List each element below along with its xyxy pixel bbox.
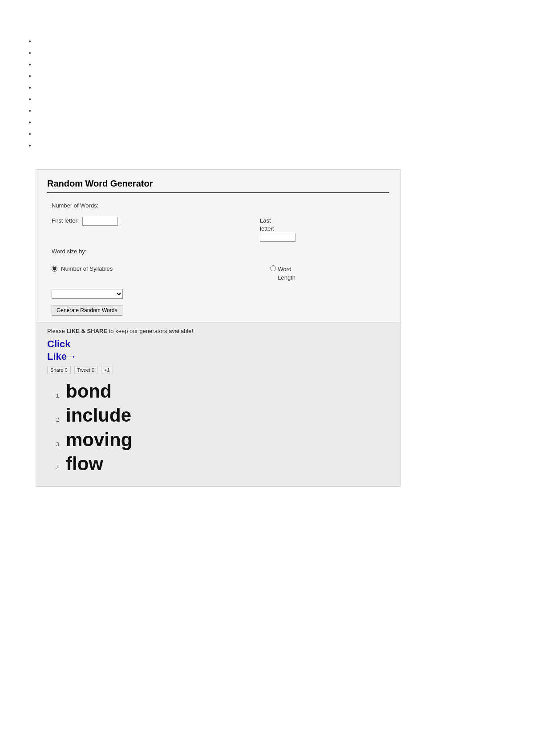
- select-row: 1 2 3 4: [52, 289, 384, 299]
- radio-syllables-option: Number of Syllables: [52, 265, 113, 272]
- bullet-item: [36, 105, 507, 117]
- social-buttons: Share 0 Tweet 0 +1: [47, 366, 389, 374]
- number-of-words-row: Number of Words:: [52, 202, 384, 211]
- bullet-item: [36, 117, 507, 128]
- radio-length-option: WordLength: [270, 265, 295, 281]
- list-item: 4. flow: [47, 453, 389, 475]
- share-notice: Please LIKE & SHARE to keep our generato…: [47, 328, 389, 334]
- last-letter-input[interactable]: [260, 233, 295, 242]
- form-section: Number of Words: First letter: Lastlette…: [47, 202, 389, 316]
- tweet-button[interactable]: Tweet 0: [74, 366, 98, 374]
- word-number: 1.: [47, 393, 61, 399]
- results-section: Please LIKE & SHARE to keep our generato…: [36, 322, 400, 486]
- list-item: 1. bond: [47, 380, 389, 402]
- bullet-item: [36, 36, 507, 47]
- syllables-dropdown[interactable]: 1 2 3 4: [52, 289, 123, 299]
- click-like-block: Click Like→: [47, 338, 389, 363]
- page-wrapper: Random Word Generator Number of Words: F…: [0, 0, 534, 513]
- word-number: 2.: [47, 417, 61, 423]
- radio-syllables-label: Number of Syllables: [61, 265, 113, 272]
- share-notice-post: to keep our generators available!: [107, 328, 193, 334]
- like-arrow[interactable]: Like→: [47, 350, 389, 363]
- radio-length-label: WordLength: [278, 265, 295, 281]
- bullet-list: [27, 36, 507, 151]
- like-label: Like→: [47, 350, 77, 363]
- first-letter-input[interactable]: [82, 217, 118, 226]
- radio-syllables-input[interactable]: [52, 266, 57, 272]
- radio-length-input[interactable]: [270, 265, 276, 271]
- word-text: flow: [66, 453, 103, 475]
- main-box: Random Word Generator Number of Words: F…: [36, 169, 400, 487]
- number-of-words-label: Number of Words:: [52, 202, 98, 209]
- word-text: include: [66, 404, 131, 427]
- plus-button[interactable]: +1: [101, 366, 113, 374]
- word-size-row: Word size by:: [52, 248, 384, 259]
- generate-button-row: Generate Random Words: [52, 305, 384, 316]
- word-number: 4.: [47, 465, 61, 471]
- click-text[interactable]: Click: [47, 338, 389, 351]
- word-text: moving: [66, 429, 132, 451]
- last-letter-label: Lastletter:: [260, 217, 275, 233]
- radio-row: Number of Syllables WordLength: [52, 265, 384, 281]
- word-list: 1. bond 2. include 3. moving 4. flow: [47, 380, 389, 476]
- bullet-item: [36, 70, 507, 82]
- first-last-row: First letter: Lastletter:: [52, 217, 384, 242]
- bullet-item: [36, 82, 507, 93]
- page-title: Random Word Generator: [47, 179, 389, 193]
- share-button[interactable]: Share 0: [47, 366, 71, 374]
- share-notice-bold: LIKE & SHARE: [66, 328, 107, 334]
- word-number: 3.: [47, 441, 61, 447]
- first-letter-label: First letter:: [52, 217, 79, 224]
- bullet-item: [36, 59, 507, 70]
- bullet-item: [36, 47, 507, 59]
- first-letter-group: First letter:: [52, 217, 118, 226]
- bullet-item: [36, 128, 507, 140]
- word-text: bond: [66, 380, 112, 402]
- bullet-item: [36, 93, 507, 105]
- list-item: 3. moving: [47, 429, 389, 451]
- share-notice-pre: Please: [47, 328, 66, 334]
- bullet-item: [36, 140, 507, 151]
- word-size-label: Word size by:: [52, 248, 87, 255]
- list-item: 2. include: [47, 404, 389, 427]
- generate-button[interactable]: Generate Random Words: [52, 305, 122, 316]
- last-letter-group: Lastletter:: [260, 217, 295, 242]
